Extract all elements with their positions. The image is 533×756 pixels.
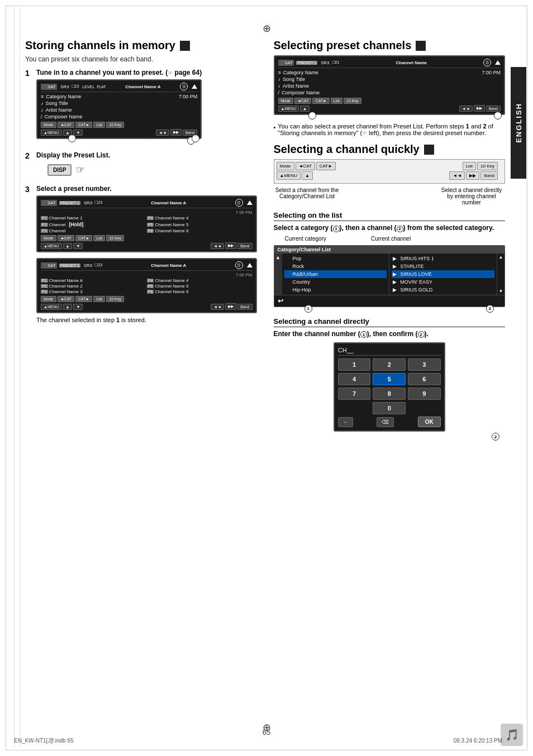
p3a-name: Channel Name 3: [49, 289, 83, 294]
band-btn-3[interactable]: Band: [237, 243, 252, 249]
preset-circle-4: 0: [235, 261, 243, 269]
menu-btn-4[interactable]: ▲MENU: [41, 304, 62, 310]
menu-btn-p[interactable]: ▲MENU: [278, 106, 299, 112]
list-btn-3[interactable]: List: [93, 235, 105, 241]
cat-next-btn-1[interactable]: CAT►: [75, 122, 92, 128]
tenkey-btn-p[interactable]: 10 Key: [344, 98, 361, 104]
ch-row-1[interactable]: ▶SIRIUS HITS 1: [392, 255, 494, 262]
key-4[interactable]: 4: [338, 373, 371, 385]
preset-circle-1: 0: [180, 83, 188, 90]
cat-row-rock[interactable]: Rock: [284, 262, 387, 270]
tenkey-btn-4[interactable]: 10 Key: [106, 296, 124, 302]
menu-btn-1[interactable]: ▲MENU: [41, 130, 62, 136]
qs-mode-btn[interactable]: Mode: [277, 162, 294, 170]
key-7[interactable]: 7: [338, 387, 371, 400]
cat-row-rb[interactable]: R&B/Urban: [284, 270, 387, 278]
key-9[interactable]: 9: [408, 387, 441, 400]
prev-btn-1[interactable]: ◄◄: [156, 130, 169, 136]
band-btn-4[interactable]: Band: [237, 304, 252, 310]
keypad-footer: ← ⌫ OK: [338, 417, 441, 427]
mode-btn-1[interactable]: Mode: [41, 122, 56, 128]
key-3[interactable]: 3: [408, 358, 441, 371]
qs-tenkey-btn[interactable]: 10 Key: [477, 162, 498, 170]
qs-next-btn[interactable]: ▶▶: [466, 171, 479, 180]
qs-menu-btn[interactable]: ▲MENU: [277, 171, 301, 180]
cat-next-btn-3[interactable]: CAT►: [75, 235, 92, 241]
current-category-label: Current category: [285, 236, 326, 242]
qs-band-btn[interactable]: Band: [480, 171, 498, 180]
cat-row-pop[interactable]: Pop: [284, 255, 387, 262]
qs-prev-btn[interactable]: ◄◄: [449, 171, 465, 180]
cat-prev-btn-4[interactable]: ◄CAT: [58, 296, 74, 302]
qs-up-btn[interactable]: ▲: [302, 171, 313, 180]
up-btn-3[interactable]: ▲: [63, 243, 73, 249]
key-0[interactable]: 0: [373, 402, 406, 414]
cat-prev-btn-p[interactable]: ◄CAT: [294, 98, 311, 104]
prev-btn-3[interactable]: ◄◄: [211, 243, 224, 249]
keypad-del-btn[interactable]: ⌫: [377, 417, 394, 427]
cat-row-hiphop[interactable]: Hip-Hop: [284, 286, 387, 294]
cat-next-btn-4[interactable]: CAT►: [75, 296, 92, 302]
qs-cat-next-btn[interactable]: CAT►: [316, 162, 336, 170]
key-5[interactable]: 5: [373, 373, 406, 385]
ch-row-3[interactable]: ▶SIRIUS LOVE: [392, 270, 494, 278]
cat-row-country[interactable]: Country: [284, 278, 387, 286]
tenkey-btn-3[interactable]: 10 Key: [106, 235, 124, 241]
annot-2-list: 2: [486, 305, 494, 313]
annot-2-keypad: 2: [492, 433, 499, 441]
mode-btn-3[interactable]: Mode: [41, 235, 56, 241]
p4a-name: Channel Name 4: [155, 278, 188, 283]
ch-row-2[interactable]: ▶STARLITE: [392, 262, 494, 270]
key-8[interactable]: 8: [373, 387, 406, 400]
band-btn-p[interactable]: Band: [486, 106, 501, 112]
cat-next-btn-p[interactable]: CAT►: [312, 98, 329, 104]
keypad-ok-btn[interactable]: OK: [418, 417, 441, 427]
next-btn-4[interactable]: ▶▶: [225, 303, 236, 310]
list-btn-1[interactable]: List: [93, 122, 105, 128]
prev-btn-p[interactable]: ◄◄: [459, 106, 473, 112]
ch-row-5[interactable]: ▶SIRIUS GOLD: [392, 286, 494, 294]
prev-btn-4[interactable]: ◄◄: [211, 304, 224, 310]
ch-scroll-down-arrow[interactable]: ▼: [498, 289, 503, 294]
sat-icon-4: 🎵SAT: [41, 262, 57, 269]
down-btn-3[interactable]: ▼: [73, 243, 83, 249]
annot-1-preset: 1: [494, 112, 502, 119]
p3-name: Channel: [49, 228, 66, 233]
channel-col: ▶SIRIUS HITS 1 ▶STARLITE ▶SIRIUS LOVE ▶M…: [389, 253, 497, 295]
tenkey-btn-1[interactable]: 10 Key: [106, 122, 124, 128]
up-btn-4[interactable]: ▲: [63, 304, 73, 310]
p6a-name: Channel Name 6: [155, 289, 188, 294]
step-2-desc: Display the Preset List.: [36, 151, 110, 159]
up-btn-p[interactable]: ▲: [300, 106, 310, 112]
step-3-desc: Select a preset number.: [36, 185, 257, 193]
key-2[interactable]: 2: [373, 358, 406, 371]
cat-scroll-up[interactable]: ▲: [275, 255, 280, 260]
ch-row-4[interactable]: ▶MOVIN' EASY: [392, 278, 494, 286]
sr3-label-p: SR3: [321, 60, 330, 65]
time-4: 7:00 PM: [41, 272, 253, 278]
disp-button[interactable]: DISP: [47, 164, 72, 176]
down-btn-4[interactable]: ▼: [73, 304, 83, 310]
menu-btn-3[interactable]: ▲MENU: [41, 243, 62, 249]
back-arrow[interactable]: ↩: [278, 297, 283, 305]
next-btn-1[interactable]: ▶▶: [170, 129, 182, 136]
cat-prev-btn-1[interactable]: ◄CAT: [58, 122, 74, 128]
keypad-back-btn[interactable]: ←: [338, 417, 353, 427]
step-1: 1 Tune in to a channel you want to prese…: [25, 69, 257, 142]
title-bar-left: [180, 41, 190, 51]
qs-list-btn[interactable]: List: [463, 162, 476, 170]
cat-prev-btn-3[interactable]: ◄CAT: [58, 235, 74, 241]
mode-btn-p[interactable]: Mode: [278, 98, 294, 104]
list-btn-p[interactable]: List: [331, 98, 342, 104]
mode-btn-4[interactable]: Mode: [41, 296, 56, 302]
qs-cat-prev-btn[interactable]: ◄CAT: [296, 162, 315, 170]
next-btn-p[interactable]: ▶▶: [474, 105, 485, 112]
list-btn-4[interactable]: List: [93, 296, 105, 302]
qs-labels: Select a channel from the Category/Chann…: [274, 187, 506, 205]
step-note: The channel selected in step 1 is stored…: [36, 317, 257, 323]
next-btn-3[interactable]: ▶▶: [225, 242, 236, 249]
flat-1: FLAT: [97, 85, 106, 89]
key-6[interactable]: 6: [408, 373, 441, 385]
ch-scroll-up-arrow[interactable]: ▲: [498, 255, 503, 260]
key-1[interactable]: 1: [338, 358, 371, 371]
